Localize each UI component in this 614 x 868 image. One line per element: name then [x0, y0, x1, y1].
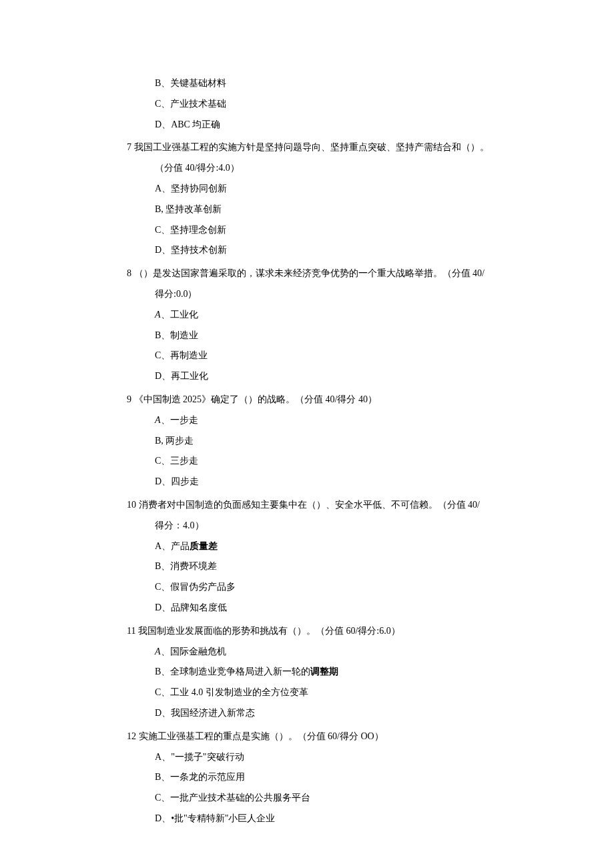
- option-line: B、关键基础材料: [127, 73, 527, 94]
- option-text: 工业 4.0 引发制造业的全方位变革: [170, 687, 308, 697]
- option-text: 一步走: [170, 415, 198, 425]
- option-text: 制造业: [170, 330, 198, 340]
- option-label: D、: [155, 245, 171, 255]
- question-line: 11 我国制造业发展面临的形势和挑战有（）。（分值 60/得分:6.0）: [127, 621, 527, 642]
- option-line: B、消费环境差: [127, 556, 527, 577]
- option-text: 工业化: [170, 310, 198, 320]
- option-text: 国际金融危机: [170, 646, 226, 657]
- option-label: C、: [155, 582, 170, 592]
- option-line: C、三步走: [127, 451, 527, 472]
- option-label-italic: A: [155, 310, 161, 320]
- option-line: C、产业技术基础: [127, 94, 527, 115]
- option-text: 坚持协同创新: [171, 183, 227, 193]
- option-text: 我国经济进入新常态: [171, 708, 255, 718]
- option-text: "一揽子"突破行动: [171, 752, 244, 762]
- option-label: A、: [155, 183, 171, 193]
- option-text: ABC 均正确: [171, 119, 220, 129]
- option-line: A、一步走: [127, 410, 527, 431]
- option-text: 四步走: [171, 476, 199, 486]
- option-text: 产业技术基础: [170, 99, 226, 109]
- option-line: A、工业化: [127, 305, 527, 326]
- question-number: 8: [127, 268, 131, 278]
- question-line: 8 （）是发达国家普遍采取的，谋求未来经济竞争优势的一个重大战略举措。（分值 4…: [127, 264, 527, 284]
- option-label: D、: [155, 119, 171, 129]
- option-text-pre: 产品: [171, 541, 190, 551]
- option-label-rest: 、: [161, 310, 170, 320]
- option-label: C、: [155, 350, 170, 360]
- option-line: B、全球制造业竞争格局进入新一轮的调整期: [127, 662, 527, 683]
- option-line: A、"一揽子"突破行动: [127, 747, 527, 768]
- option-line: C、坚持理念创新: [127, 220, 527, 241]
- option-text: 两步走: [166, 436, 194, 446]
- option-label: D、: [155, 371, 171, 381]
- option-text-bold: 调整期: [310, 667, 338, 677]
- question-number: 7: [127, 142, 131, 152]
- option-label: D、: [155, 813, 171, 823]
- option-line: D、我国经济进入新常态: [127, 703, 527, 724]
- question-text: （）是发达国家普遍采取的，谋求未来经济竞争优势的一个重大战略举措。（分值 40/: [131, 268, 485, 278]
- option-line: B、一条龙的示范应用: [127, 767, 527, 788]
- question-number: 10: [127, 500, 136, 510]
- option-line: C、一批产业技术基础的公共服务平台: [127, 788, 527, 809]
- option-label: B、: [155, 667, 170, 677]
- question-block: 9 《中国制造 2025》确定了（）的战略。（分值 40/得分 40）A、一步走…: [127, 390, 527, 492]
- orphan-options-block: B、关键基础材料C、产业技术基础D、ABC 均正确: [127, 73, 527, 135]
- question-text: 《中国制造 2025》确定了（）的战略。（分值 40/得分 40）: [131, 394, 377, 404]
- question-line: 12 实施工业强基工程的重点是实施（）。（分值 60/得分 OO）: [127, 727, 527, 747]
- option-text: 一批产业技术基础的公共服务平台: [170, 793, 310, 803]
- question-text: 消费者对中国制造的负面感知主要集中在（）、安全水平低、不可信赖。（分值 40/: [136, 500, 480, 510]
- option-line: B、制造业: [127, 326, 527, 346]
- question-text: 实施工业强基工程的重点是实施（）。（分值 60/得分 OO）: [136, 731, 384, 741]
- option-line: B, 坚持改革创新: [127, 199, 527, 220]
- score-line: （分值 40/得分:4.0）: [127, 158, 527, 179]
- option-text: 坚持技术创新: [171, 245, 227, 255]
- option-label: B、: [155, 772, 170, 782]
- option-label: D、: [155, 602, 171, 612]
- option-line: D、坚持技术创新: [127, 240, 527, 261]
- option-label: C、: [155, 793, 170, 803]
- question-text: 我国工业强基工程的实施方针是坚持问题导向、坚持重点突破、坚持产需结合和（）。: [131, 142, 489, 152]
- option-text: 再制造业: [170, 350, 208, 360]
- option-label: B、: [155, 78, 170, 88]
- option-text: 关键基础材料: [170, 78, 226, 88]
- question-number: 12: [127, 731, 136, 741]
- option-text: 坚持改革创新: [166, 204, 222, 214]
- option-text: 再工业化: [171, 371, 208, 381]
- option-label: B,: [155, 204, 166, 214]
- option-line: B, 两步走: [127, 431, 527, 452]
- option-label: C、: [155, 99, 170, 109]
- option-label: C、: [155, 456, 170, 466]
- questions-container: 7 我国工业强基工程的实施方针是坚持问题导向、坚持重点突破、坚持产需结合和（）。…: [127, 137, 527, 829]
- option-label: D、: [155, 476, 171, 486]
- option-text: 坚持理念创新: [170, 225, 226, 235]
- option-label: C、: [155, 225, 170, 235]
- option-label: A、: [155, 752, 171, 762]
- option-line: A、国际金融危机: [127, 642, 527, 663]
- question-number: 11: [127, 626, 135, 636]
- option-label-rest: 、: [161, 646, 170, 657]
- document-page: B、关键基础材料C、产业技术基础D、ABC 均正确 7 我国工业强基工程的实施方…: [0, 0, 614, 868]
- option-line: D、品牌知名度低: [127, 598, 527, 618]
- option-label: B、: [155, 561, 170, 571]
- option-label: B,: [155, 436, 166, 446]
- option-text: 三步走: [170, 456, 198, 466]
- option-text: 一条龙的示范应用: [170, 772, 245, 782]
- question-number: 9: [127, 394, 131, 404]
- option-label: B、: [155, 330, 170, 340]
- option-line: C、假冒伪劣产品多: [127, 577, 527, 598]
- option-label: C、: [155, 687, 170, 697]
- question-line: 10 消费者对中国制造的负面感知主要集中在（）、安全水平低、不可信赖。（分值 4…: [127, 495, 527, 516]
- option-line: C、工业 4.0 引发制造业的全方位变革: [127, 683, 527, 703]
- option-label-italic: A: [155, 646, 161, 657]
- option-label: A、: [155, 541, 171, 551]
- option-line: D、ABC 均正确: [127, 115, 527, 135]
- option-line: A、产品质量差: [127, 536, 527, 557]
- score-line: 得分:0.0）: [127, 284, 527, 305]
- question-block: 8 （）是发达国家普遍采取的，谋求未来经济竞争优势的一个重大战略举措。（分值 4…: [127, 264, 527, 387]
- option-text: •批"专精特新"小巨人企业: [171, 813, 275, 823]
- question-block: 10 消费者对中国制造的负面感知主要集中在（）、安全水平低、不可信赖。（分值 4…: [127, 495, 527, 618]
- question-text: 我国制造业发展面临的形势和挑战有（）。（分值 60/得分:6.0）: [135, 626, 400, 636]
- option-label: D、: [155, 708, 171, 718]
- option-line: D、•批"专精特新"小巨人企业: [127, 809, 527, 829]
- option-text: 品牌知名度低: [171, 602, 227, 612]
